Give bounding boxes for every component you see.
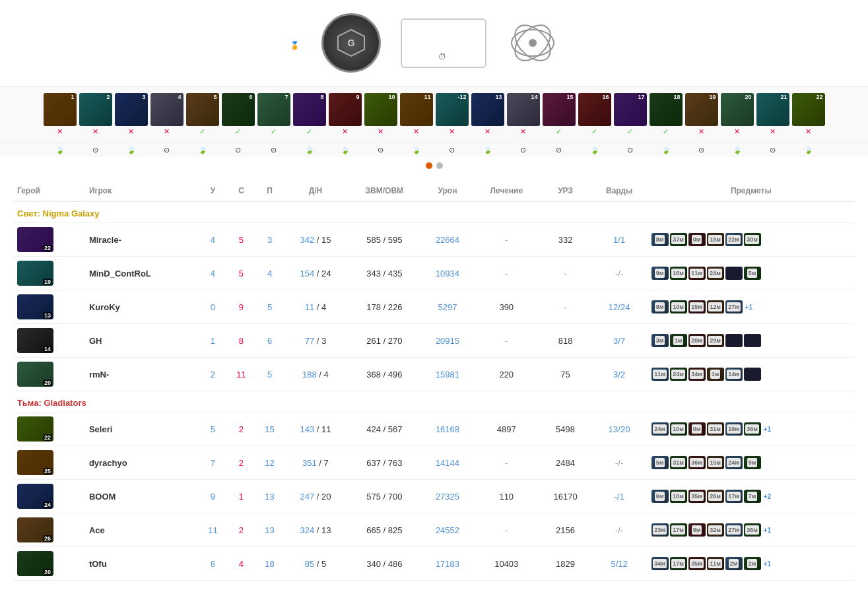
hero-thumb: 13	[17, 294, 53, 319]
item-box-0: 8м	[651, 233, 669, 246]
hero-level: 24	[43, 502, 52, 508]
player-name-1: dyrachyo	[85, 446, 199, 480]
col-player: Игрок	[85, 181, 199, 201]
item-box-0: 5м	[651, 456, 669, 469]
wards-0-0: 1/1	[591, 223, 648, 257]
wards-1-2: -/1	[591, 480, 648, 513]
zvm-1-0: 424 / 567	[347, 412, 422, 446]
item-box-1: 10м	[670, 422, 687, 436]
dot-2[interactable]	[436, 162, 443, 169]
player-name-1: MinD_ContRoL	[85, 257, 199, 290]
damage-1-4: 17183	[422, 547, 473, 581]
match-header: 🏅 G ⏱	[0, 0, 868, 86]
hero-thumb: 22	[17, 227, 53, 252]
item-time-1: 37м	[671, 235, 685, 244]
damage-1-1: 14144	[422, 446, 473, 480]
item-time-2: 34м	[690, 370, 704, 379]
hero-level: 20	[43, 379, 52, 386]
item-box-1: 31м	[670, 456, 687, 469]
item-box-2: 36м	[688, 456, 706, 469]
item-time-3: 12м	[708, 302, 722, 311]
assists-1-1: 12	[255, 446, 284, 480]
item-time-2: 0м	[692, 235, 702, 244]
wards-1-4: 5/12	[591, 547, 648, 581]
draft-hero-7: 7 ✓	[257, 93, 291, 136]
item-time-1: 10м	[671, 424, 685, 434]
hero-level: 20	[43, 569, 52, 575]
item-box-3: 31м	[707, 422, 724, 436]
hero-level: 25	[43, 468, 52, 475]
zvm-0-4: 368 / 496	[347, 358, 422, 391]
col-assists: П	[255, 181, 284, 201]
player-name-0: Seleri	[85, 412, 199, 446]
item-time-4: 17м	[727, 492, 741, 501]
deaths-0-0: 5	[227, 223, 255, 257]
item-box-2: 11м	[688, 267, 706, 280]
draft-hero-15: 15 ✓	[542, 93, 576, 136]
items-0-3: 3м1м20м29м	[648, 324, 855, 358]
table-header: Герой Игрок У С П Д/Н ЗВМ/ОВМ Урон Лечен…	[13, 181, 855, 201]
item-box-0: 11м	[651, 368, 669, 381]
player-name-2: KuroKy	[85, 290, 199, 324]
dn-0-0: 342 / 15	[284, 223, 347, 257]
urz-0-4: 75	[539, 358, 591, 391]
wards-0-1: -/-	[591, 257, 648, 290]
item-time-1: 24м	[671, 370, 685, 379]
item-box-0: 3м	[651, 334, 669, 347]
item-time-1: 10м	[671, 302, 685, 311]
item-time-4: 24м	[727, 458, 741, 467]
item-time-4: 22м	[727, 235, 741, 244]
hero-thumb: 24	[17, 484, 53, 509]
dot-1[interactable]	[426, 162, 432, 169]
kills-0-2: 0	[199, 290, 227, 324]
heal-1-0: 4897	[473, 412, 539, 446]
hero-thumb: 20	[17, 551, 53, 576]
nigma-logo	[506, 16, 559, 69]
items-0-2: 8м10м15м12м27м+1	[648, 290, 855, 324]
hero-thumb: 25	[17, 450, 53, 475]
item-time-0: 6м	[655, 492, 665, 501]
item-empty-4	[725, 334, 743, 347]
items-1-3: 23м17м9м32м27м36м+1	[648, 513, 855, 547]
item-time-0: 24м	[653, 424, 667, 434]
item-box-5: 36м	[744, 523, 761, 537]
zvm-1-1: 637 / 763	[347, 446, 422, 480]
item-time-0: 34м	[653, 559, 667, 568]
item-box-2: 34м	[688, 368, 706, 381]
heal-1-4: 10403	[473, 547, 539, 581]
wards-0-2: 12/24	[591, 290, 648, 324]
wards-1-3: -/-	[591, 513, 648, 547]
item-box-0: 8м	[651, 300, 669, 313]
stats-table: Герой Игрок У С П Д/Н ЗВМ/ОВМ Урон Лечен…	[13, 181, 855, 581]
items-list-0-0: 8м37м0м18м22м30м	[651, 233, 797, 246]
kills-1-1: 7	[199, 446, 227, 480]
item-box-2: 15м	[688, 300, 706, 313]
item-time-1: 17м	[671, 525, 685, 535]
item-box-4: 22м	[725, 233, 743, 246]
damage-1-3: 24552	[422, 513, 473, 547]
item-time-1: 17м	[671, 559, 685, 568]
player-name-3: GH	[85, 324, 199, 358]
item-time-3: 31м	[708, 424, 722, 434]
heal-0-1: -	[473, 257, 539, 290]
hero-cell-1-1: 25	[13, 446, 85, 480]
hero-cell-1-3: 26	[13, 513, 85, 547]
damage-0-1: 10934	[422, 257, 473, 290]
hero-level: 14	[43, 346, 52, 352]
dn-1-0: 143 / 11	[284, 412, 347, 446]
draft-hero-20: 20 ✕	[720, 93, 754, 136]
deaths-0-3: 8	[227, 324, 255, 358]
draft-hero-17: 17 ✓	[613, 93, 648, 136]
score-time: ⏱	[415, 52, 472, 61]
item-time-3: 26м	[708, 492, 722, 501]
item-box-4: 27м	[725, 300, 743, 313]
item-time-5: 30м	[745, 235, 759, 244]
dn-1-3: 324 / 13	[284, 513, 347, 547]
col-zvm: ЗВМ/ОВМ	[347, 181, 422, 201]
item-box-5: 9м	[744, 456, 761, 469]
item-empty-4	[725, 267, 743, 280]
items-1-1: 5м31м36м15м24м9м	[648, 446, 855, 480]
draft-img-1: 1	[44, 93, 77, 126]
stats-section: Герой Игрок У С П Д/Н ЗВМ/ОВМ Урон Лечен…	[0, 181, 868, 590]
dn-1-4: 85 / 5	[284, 547, 347, 581]
